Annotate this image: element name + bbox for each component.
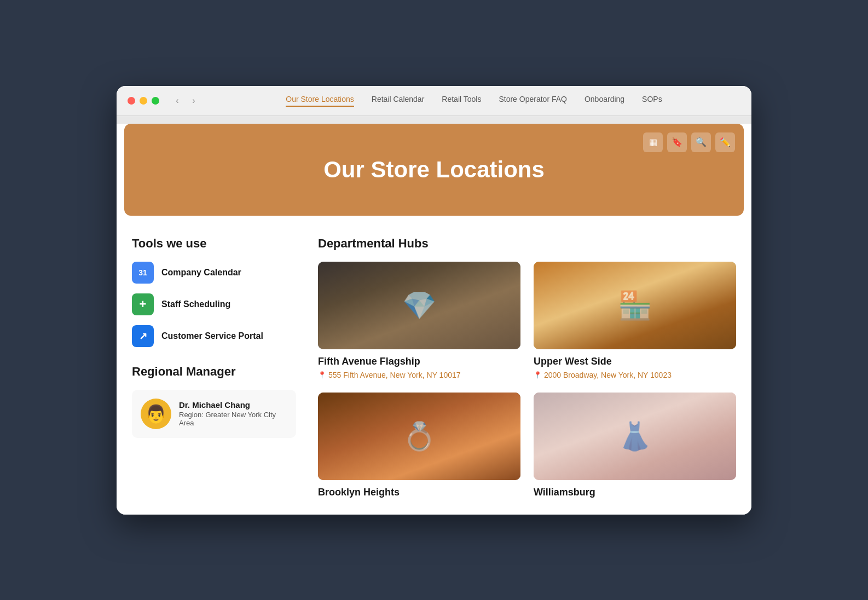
avatar: 👨 (141, 399, 171, 429)
calendar-icon: 31 (132, 262, 154, 284)
hub-image-fifth-avenue (318, 262, 520, 349)
left-sidebar: Tools we use 31 Company Calendar + Staff… (132, 236, 296, 501)
tool-item-scheduling[interactable]: + Staff Scheduling (132, 293, 296, 315)
hub-card-brooklyn-heights[interactable]: Brooklyn Heights (318, 393, 520, 501)
hero-banner: Our Store Locations ▦ 🔖 🔍 ✏️ (124, 124, 744, 216)
bar-chart-icon: ▦ (649, 137, 657, 147)
manager-region: Region: Greater New York City Area (179, 411, 287, 427)
page-content: Our Store Locations ▦ 🔖 🔍 ✏️ Tools (117, 124, 751, 515)
hubs-grid: Fifth Avenue Flagship 555 Fifth Avenue, … (318, 262, 736, 501)
pencil-icon: ✏️ (720, 137, 731, 147)
hub-name-brooklyn-heights: Brooklyn Heights (318, 487, 520, 498)
search-icon: 🔍 (696, 137, 707, 147)
search-button[interactable]: 🔍 (691, 132, 711, 152)
tools-section-title: Tools we use (132, 236, 296, 251)
tool-label-calendar: Company Calendar (161, 268, 241, 278)
tab-sops[interactable]: SOPs (642, 95, 662, 107)
tab-store-operator-faq[interactable]: Store Operator FAQ (499, 95, 567, 107)
browser-window: ‹ › Our Store Locations Retail Calendar … (117, 86, 751, 515)
tool-item-calendar[interactable]: 31 Company Calendar (132, 262, 296, 284)
main-body: Tools we use 31 Company Calendar + Staff… (117, 223, 751, 515)
back-button[interactable]: ‹ (170, 94, 184, 108)
forward-button[interactable]: › (187, 94, 201, 108)
title-bar: ‹ › Our Store Locations Retail Calendar … (117, 86, 751, 116)
tool-label-portal: Customer Service Portal (161, 331, 263, 341)
tool-item-portal[interactable]: ↗ Customer Service Portal (132, 325, 296, 347)
hero-actions: ▦ 🔖 🔍 ✏️ (643, 132, 735, 152)
manager-info: Dr. Michael Chang Region: Greater New Yo… (179, 400, 287, 427)
tab-onboarding[interactable]: Onboarding (585, 95, 624, 107)
minimize-button[interactable] (140, 97, 147, 105)
scheduling-icon: + (132, 293, 154, 315)
hubs-section-title: Departmental Hubs (318, 236, 736, 251)
hub-card-williamsburg[interactable]: Williamsburg (534, 393, 736, 501)
nav-tabs: Our Store Locations Retail Calendar Reta… (207, 95, 740, 107)
portal-icon: ↗ (132, 325, 154, 347)
traffic-lights (128, 97, 159, 105)
bookmark-button[interactable]: 🔖 (667, 132, 687, 152)
right-content: Departmental Hubs Fifth Avenue Flagship … (318, 236, 736, 501)
nav-arrows: ‹ › (170, 94, 201, 108)
tab-retail-calendar[interactable]: Retail Calendar (372, 95, 425, 107)
tool-list: 31 Company Calendar + Staff Scheduling ↗ (132, 262, 296, 347)
hub-name-williamsburg: Williamsburg (534, 487, 736, 498)
close-button[interactable] (128, 97, 135, 105)
regional-manager-card: 👨 Dr. Michael Chang Region: Greater New … (132, 390, 296, 438)
hub-name-fifth-avenue: Fifth Avenue Flagship (318, 356, 520, 367)
hub-image-williamsburg (534, 393, 736, 480)
hub-image-upper-west-side (534, 262, 736, 349)
hub-card-upper-west-side[interactable]: Upper West Side 2000 Broadway, New York,… (534, 262, 736, 379)
analytics-button[interactable]: ▦ (643, 132, 663, 152)
tool-label-scheduling: Staff Scheduling (161, 299, 230, 309)
tab-our-store-locations[interactable]: Our Store Locations (286, 95, 354, 107)
hub-image-brooklyn-heights (318, 393, 520, 480)
edit-button[interactable]: ✏️ (715, 132, 735, 152)
hub-address-fifth-avenue: 555 Fifth Avenue, New York, NY 10017 (318, 371, 520, 379)
tab-retail-tools[interactable]: Retail Tools (442, 95, 481, 107)
hub-card-fifth-avenue[interactable]: Fifth Avenue Flagship 555 Fifth Avenue, … (318, 262, 520, 379)
manager-name: Dr. Michael Chang (179, 400, 287, 409)
regional-manager-section-title: Regional Manager (132, 365, 296, 379)
bookmark-icon: 🔖 (672, 137, 682, 147)
maximize-button[interactable] (152, 97, 159, 105)
hub-address-upper-west-side: 2000 Broadway, New York, NY 10023 (534, 371, 736, 379)
hero-title: Our Store Locations (135, 157, 733, 183)
hub-name-upper-west-side: Upper West Side (534, 356, 736, 367)
